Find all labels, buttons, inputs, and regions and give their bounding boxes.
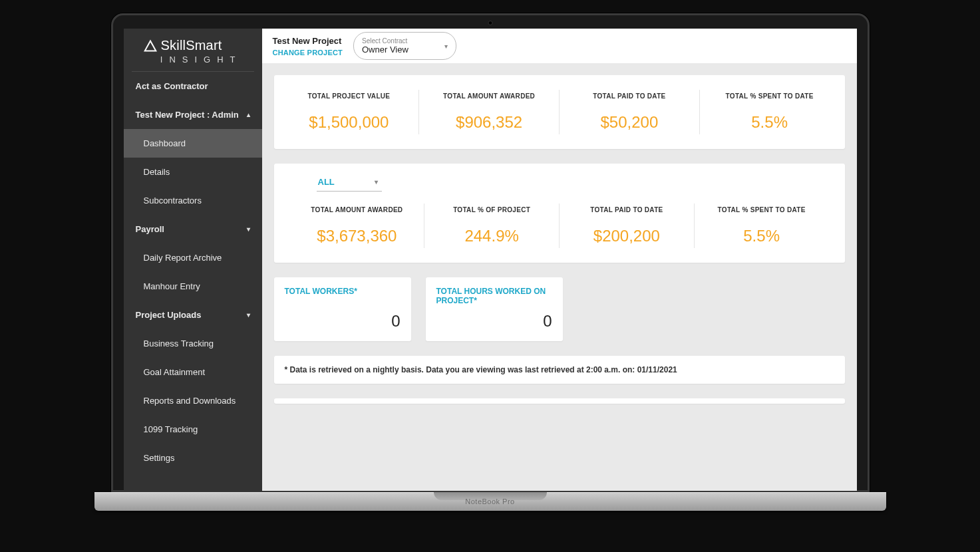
sidebar-item-label: Payroll	[136, 224, 164, 234]
stat-value: $1,500,000	[285, 113, 414, 132]
sidebar-item-label: Daily Report Archive	[144, 253, 222, 263]
sidebar-item-daily-report[interactable]: Daily Report Archive	[124, 243, 262, 272]
stat-row: TOTAL AMOUNT AWARDED $3,673,360 TOTAL % …	[290, 204, 829, 248]
caret-down-icon: ▾	[247, 311, 250, 319]
caret-down-icon: ▾	[375, 178, 378, 186]
contract-select-value: Owner View	[362, 45, 437, 55]
caret-down-icon: ▾	[247, 225, 250, 233]
stat-value: $906,352	[424, 113, 554, 132]
project-selector: Test New Project CHANGE PROJECT Select C…	[262, 32, 467, 60]
sidebar-item-label: Goal Attainment	[144, 367, 206, 377]
stat-label: TOTAL % OF PROJECT	[430, 206, 554, 213]
stat-total-percent-spent: TOTAL % SPENT TO DATE 5.5%	[700, 90, 840, 134]
filtered-totals-card: ALL ▾ TOTAL AMOUNT AWARDED $3,673,360 TO…	[274, 164, 845, 263]
camera-dot	[488, 21, 492, 25]
sidebar-item-label: Subcontractors	[144, 196, 202, 206]
stat-label: TOTAL PAID TO DATE	[565, 92, 694, 100]
sidebar-item-label: Reports and Downloads	[144, 396, 236, 406]
mini-card-label: TOTAL WORKERS*	[285, 287, 401, 308]
total-workers-card: TOTAL WORKERS* 0	[274, 277, 411, 341]
sidebar-item-label: Settings	[144, 453, 175, 463]
stat-total-amount-awarded-filtered: TOTAL AMOUNT AWARDED $3,673,360	[290, 204, 425, 248]
laptop-mockup: SkillSmart INSIGHT Act as Contractor Tes…	[111, 13, 870, 511]
laptop-brand: NoteBook Pro	[465, 497, 514, 505]
sidebar-item-dashboard[interactable]: Dashboard	[124, 129, 262, 158]
app-screen: SkillSmart INSIGHT Act as Contractor Tes…	[124, 29, 857, 491]
stat-value: $3,673,360	[295, 227, 419, 245]
dashboard-content: TOTAL PROJECT VALUE $1,500,000 TOTAL AMO…	[262, 63, 857, 430]
triangle-icon	[144, 39, 157, 53]
main-content: Test New Project CHANGE PROJECT Select C…	[262, 29, 857, 491]
change-project-link[interactable]: CHANGE PROJECT	[273, 49, 343, 57]
stat-total-amount-awarded: TOTAL AMOUNT AWARDED $906,352	[419, 90, 560, 134]
stat-label: TOTAL % SPENT TO DATE	[700, 206, 824, 213]
sidebar-project-admin[interactable]: Test New Project : Admin ▴	[124, 100, 262, 129]
total-hours-card: TOTAL HOURS WORKED ON PROJECT* 0	[426, 277, 563, 341]
laptop-base: NoteBook Pro	[94, 492, 886, 511]
filter-value: ALL	[318, 177, 335, 187]
caret-up-icon: ▴	[247, 111, 250, 118]
sidebar-item-label: Manhour Entry	[144, 281, 200, 291]
logo-text: SkillSmart	[161, 38, 222, 53]
stat-total-project-value: TOTAL PROJECT VALUE $1,500,000	[279, 90, 420, 134]
stat-value: $200,200	[565, 227, 689, 245]
project-totals-card: TOTAL PROJECT VALUE $1,500,000 TOTAL AMO…	[274, 75, 845, 149]
stat-label: TOTAL AMOUNT AWARDED	[424, 92, 554, 100]
sidebar-item-reports-downloads[interactable]: Reports and Downloads	[124, 386, 262, 415]
stat-label: TOTAL PROJECT VALUE	[285, 92, 414, 100]
worker-stats-row: TOTAL WORKERS* 0 TOTAL HOURS WORKED ON P…	[274, 277, 845, 341]
sidebar-item-manhour-entry[interactable]: Manhour Entry	[124, 272, 262, 301]
contract-select[interactable]: Select Contract Owner View ▾	[353, 32, 456, 60]
sidebar-item-goal-attainment[interactable]: Goal Attainment	[124, 358, 262, 386]
logo-subtext: INSIGHT	[144, 55, 242, 65]
stat-value: 5.5%	[705, 113, 834, 132]
stat-label: TOTAL % SPENT TO DATE	[705, 92, 834, 100]
stat-total-percent-spent-filtered: TOTAL % SPENT TO DATE 5.5%	[695, 204, 829, 248]
stat-row: TOTAL PROJECT VALUE $1,500,000 TOTAL AMO…	[279, 90, 840, 134]
top-bar: Test New Project CHANGE PROJECT Select C…	[262, 29, 857, 63]
sidebar-item-label: Act as Contractor	[136, 81, 208, 91]
sidebar-item-payroll[interactable]: Payroll ▾	[124, 215, 262, 243]
next-card-peek	[274, 398, 845, 404]
sidebar-item-label: 1099 Tracking	[144, 424, 198, 434]
stat-total-percent-of-project: TOTAL % OF PROJECT 244.9%	[424, 204, 560, 248]
stat-label: TOTAL PAID TO DATE	[565, 206, 689, 213]
mini-card-value: 0	[436, 312, 552, 331]
sidebar-item-label: Business Tracking	[144, 339, 214, 348]
sidebar-act-as-contractor[interactable]: Act as Contractor	[124, 72, 262, 100]
sidebar: SkillSmart INSIGHT Act as Contractor Tes…	[124, 29, 262, 491]
sidebar-item-business-tracking[interactable]: Business Tracking	[124, 329, 262, 358]
mini-card-value: 0	[285, 312, 401, 331]
screen-bezel: SkillSmart INSIGHT Act as Contractor Tes…	[111, 13, 870, 492]
stat-value: $50,200	[565, 113, 694, 132]
sidebar-item-details[interactable]: Details	[124, 158, 262, 186]
sidebar-item-project-uploads[interactable]: Project Uploads ▾	[124, 301, 262, 329]
mini-card-label: TOTAL HOURS WORKED ON PROJECT*	[436, 287, 552, 308]
stat-value: 244.9%	[430, 227, 554, 245]
stat-label: TOTAL AMOUNT AWARDED	[295, 206, 419, 213]
sidebar-item-settings[interactable]: Settings	[124, 444, 262, 472]
filter-select[interactable]: ALL ▾	[317, 174, 382, 192]
data-retrieval-note: * Data is retrieved on a nightly basis. …	[274, 356, 845, 384]
sidebar-item-label: Project Uploads	[136, 310, 202, 320]
caret-down-icon: ▾	[444, 43, 448, 50]
project-title: Test New Project	[273, 36, 343, 46]
stat-total-paid-to-date-filtered: TOTAL PAID TO DATE $200,200	[560, 204, 695, 248]
sidebar-item-subcontractors[interactable]: Subcontractors	[124, 186, 262, 215]
sidebar-item-1099-tracking[interactable]: 1099 Tracking	[124, 415, 262, 444]
contract-select-label: Select Contract	[362, 37, 437, 45]
sidebar-item-label: Dashboard	[144, 138, 186, 148]
logo: SkillSmart INSIGHT	[132, 29, 254, 72]
stat-value: 5.5%	[700, 227, 824, 245]
sidebar-item-label: Details	[144, 167, 170, 177]
sidebar-item-label: Test New Project : Admin	[136, 110, 239, 120]
stat-total-paid-to-date: TOTAL PAID TO DATE $50,200	[560, 90, 700, 134]
